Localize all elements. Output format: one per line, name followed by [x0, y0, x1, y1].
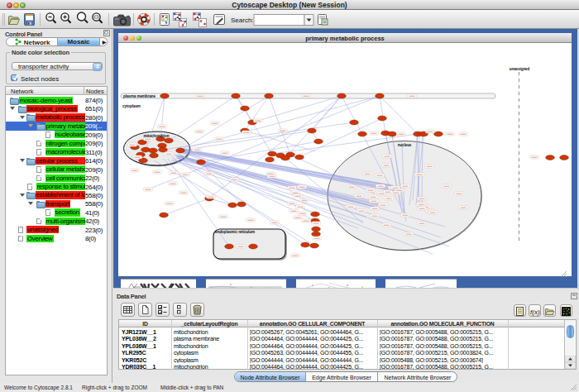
svg-text:nucleus: nucleus: [398, 143, 412, 147]
svg-text:unassigned: unassigned: [510, 67, 530, 71]
svg-text:plasma membrane: plasma membrane: [123, 94, 156, 98]
svg-text:Search:: Search:: [231, 17, 254, 24]
svg-text:cytoplasm: cytoplasm: [122, 104, 141, 108]
svg-text:endoplasmic reticulum: endoplasmic reticulum: [215, 230, 255, 234]
svg-text:mitochondrion: mitochondrion: [144, 134, 170, 138]
svg-text:f(x): f(x): [530, 308, 540, 316]
